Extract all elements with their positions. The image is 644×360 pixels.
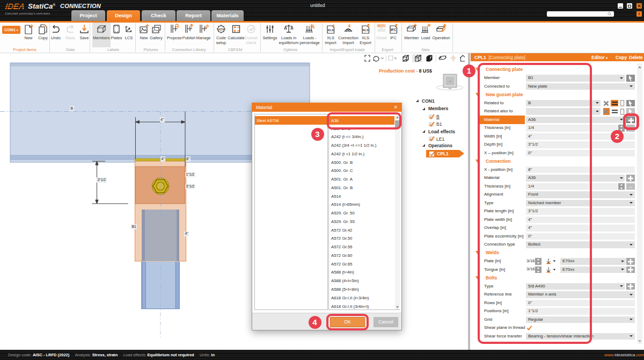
svg-text:XLS: XLS xyxy=(327,28,334,32)
svg-text:IFC: IFC xyxy=(391,28,397,32)
svg-text:XLS: XLS xyxy=(362,28,369,32)
svg-text:-Y: -Y xyxy=(449,80,452,83)
svg-text:</>: </> xyxy=(218,27,224,31)
